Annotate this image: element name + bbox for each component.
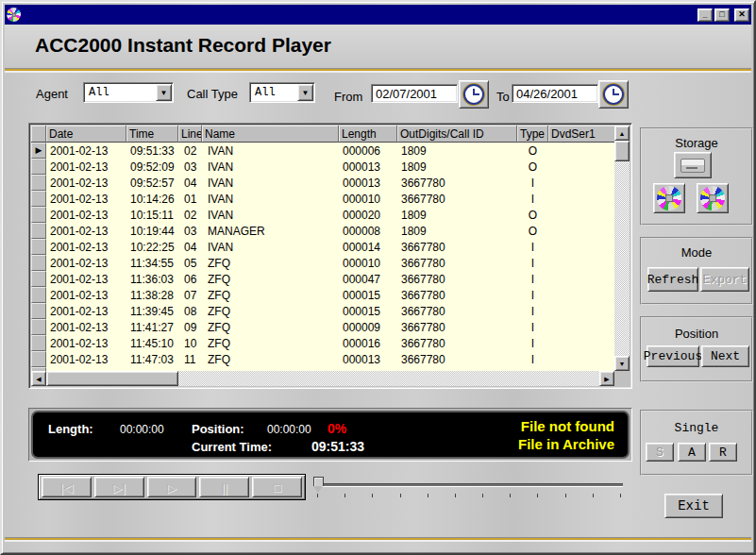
slider-thumb[interactable] bbox=[313, 477, 324, 486]
table-cell: IVAN bbox=[202, 239, 339, 255]
cd-storage-button-2[interactable] bbox=[697, 183, 729, 213]
table-row[interactable]: 2001-02-1311:38:2807ZFQ0000153667780I bbox=[31, 287, 614, 303]
minimize-button[interactable]: _ bbox=[697, 8, 713, 22]
row-selector[interactable] bbox=[31, 159, 46, 175]
skip-start-button[interactable]: |◁ bbox=[42, 477, 92, 497]
clock-icon bbox=[603, 84, 624, 105]
row-selector[interactable] bbox=[31, 351, 46, 367]
table-cell: 04 bbox=[178, 239, 202, 255]
column-header[interactable]: Line bbox=[178, 126, 202, 143]
horizontal-scrollbar[interactable]: ◀ ▶ bbox=[31, 371, 614, 386]
titlebar[interactable]: _ □ ✕ bbox=[5, 5, 751, 25]
maximize-button[interactable]: □ bbox=[714, 8, 730, 22]
records-table: DateTimeLineNameLengthOutDigits/Call IDT… bbox=[28, 123, 632, 389]
table-row[interactable]: 2001-02-1311:36:0306ZFQ0000473667780I bbox=[31, 271, 614, 287]
horizontal-scroll-thumb[interactable] bbox=[46, 371, 178, 386]
stop-button[interactable]: □ bbox=[252, 477, 302, 497]
table-cell: 10:19:44 bbox=[126, 223, 178, 239]
pause-button[interactable]: || bbox=[199, 477, 249, 497]
exit-button[interactable]: Exit bbox=[664, 494, 723, 518]
single-a-button[interactable]: A bbox=[678, 443, 706, 462]
cd-storage-button-1[interactable] bbox=[653, 183, 685, 213]
scroll-down-icon[interactable]: ▼ bbox=[614, 356, 630, 371]
previous-button[interactable]: Previous bbox=[647, 345, 699, 367]
table-cell: 3667780 bbox=[397, 335, 517, 351]
row-selector[interactable]: ▶ bbox=[31, 143, 46, 159]
table-cell: 000047 bbox=[339, 271, 397, 287]
call-type-label: Call Type bbox=[187, 87, 238, 101]
column-header[interactable]: OutDigits/Call ID bbox=[397, 126, 517, 143]
vertical-scrollbar[interactable]: ▲ ▼ bbox=[614, 126, 630, 371]
row-selector[interactable] bbox=[31, 335, 46, 351]
table-cell: ZFQ bbox=[202, 303, 339, 319]
chevron-down-icon[interactable]: ▼ bbox=[297, 84, 313, 101]
table-row[interactable]: 2001-02-1311:47:0311ZFQ0000133667780I bbox=[31, 351, 614, 367]
app-cd-icon bbox=[7, 8, 21, 22]
table-row[interactable]: 2001-02-1310:15:1102IVAN0000201809O bbox=[31, 207, 614, 223]
table-row[interactable]: 2001-02-1310:14:2601IVAN0000103667780I bbox=[31, 191, 614, 207]
table-cell: 2001-02-13 bbox=[46, 159, 126, 175]
table-cell: 2001-02-13 bbox=[46, 143, 126, 159]
close-button[interactable]: ✕ bbox=[734, 8, 749, 22]
to-calendar-button[interactable] bbox=[598, 80, 629, 109]
table-row[interactable]: 2001-02-1309:52:0903IVAN0000131809O bbox=[31, 159, 614, 175]
table-cell: 1809 bbox=[397, 143, 517, 159]
table-row[interactable]: 2001-02-1311:45:1010ZFQ0000163667780I bbox=[31, 335, 614, 351]
row-selector[interactable] bbox=[31, 271, 46, 287]
table-cell: 09:51:33 bbox=[126, 143, 178, 159]
from-calendar-button[interactable] bbox=[459, 80, 489, 109]
table-row[interactable]: 2001-02-1311:39:4508ZFQ0000153667780I bbox=[31, 303, 614, 319]
call-type-dropdown[interactable]: All ▼ bbox=[249, 82, 315, 103]
scroll-up-icon[interactable]: ▲ bbox=[614, 126, 630, 141]
from-label: From bbox=[334, 90, 362, 104]
row-selector[interactable] bbox=[31, 175, 46, 191]
scroll-left-icon[interactable]: ◀ bbox=[31, 371, 46, 386]
slider-track[interactable] bbox=[315, 483, 623, 486]
row-selector[interactable] bbox=[31, 287, 46, 303]
from-date-field[interactable] bbox=[371, 84, 458, 103]
drive-icon bbox=[680, 159, 705, 173]
slider-tick bbox=[428, 494, 428, 497]
single-panel: Single SAR bbox=[640, 410, 753, 476]
single-title: Single bbox=[642, 421, 751, 435]
column-header[interactable]: Time bbox=[126, 126, 178, 143]
agent-dropdown[interactable]: All ▼ bbox=[83, 82, 174, 103]
column-header[interactable]: Type bbox=[517, 126, 548, 143]
next-button[interactable]: Next bbox=[701, 345, 749, 367]
single-s-button[interactable]: S bbox=[646, 443, 674, 462]
row-selector[interactable] bbox=[31, 303, 46, 319]
chevron-down-icon[interactable]: ▼ bbox=[156, 84, 172, 101]
table-row[interactable]: 2001-02-1310:19:4403MANAGER0000081809O bbox=[31, 223, 614, 239]
single-r-button[interactable]: R bbox=[709, 443, 737, 462]
seek-slider[interactable] bbox=[313, 476, 625, 500]
row-selector[interactable] bbox=[31, 255, 46, 271]
export-button[interactable]: Export bbox=[700, 267, 749, 292]
play-button[interactable]: ▷ bbox=[147, 477, 197, 497]
table-row[interactable]: 2001-02-1311:34:5505ZFQ0000103667780I bbox=[31, 255, 614, 271]
skip-end-button[interactable]: ▷| bbox=[94, 477, 144, 497]
row-selector[interactable] bbox=[31, 239, 46, 255]
table-cell bbox=[548, 319, 614, 335]
row-selector[interactable] bbox=[31, 223, 46, 239]
vertical-scroll-thumb[interactable] bbox=[614, 141, 630, 161]
drive-storage-button[interactable] bbox=[674, 152, 712, 178]
table-row[interactable]: ▶2001-02-1309:51:3302IVAN0000061809O bbox=[31, 143, 614, 159]
row-selector[interactable] bbox=[31, 191, 46, 207]
slider-tick bbox=[455, 494, 456, 497]
table-row[interactable]: 2001-02-1311:41:2709ZFQ0000093667780I bbox=[31, 319, 614, 335]
table-cell: I bbox=[517, 319, 548, 335]
row-selector[interactable] bbox=[31, 319, 46, 335]
cd-icon bbox=[657, 186, 681, 210]
column-header[interactable]: DvdSer1 bbox=[548, 126, 614, 143]
column-header[interactable]: Name bbox=[202, 126, 339, 143]
length-label: Length: bbox=[48, 422, 93, 436]
to-date-field[interactable] bbox=[512, 84, 598, 103]
row-selector[interactable] bbox=[31, 207, 46, 223]
column-header[interactable]: Length bbox=[339, 126, 397, 143]
column-header[interactable]: Date bbox=[46, 126, 126, 143]
refresh-button[interactable]: Refresh bbox=[647, 267, 698, 292]
table-cell: 09 bbox=[178, 319, 202, 335]
table-row[interactable]: 2001-02-1309:52:5704IVAN0000133667780I bbox=[31, 175, 614, 191]
table-row[interactable]: 2001-02-1310:22:2504IVAN0000143667780I bbox=[31, 239, 614, 255]
scroll-right-icon[interactable]: ▶ bbox=[599, 371, 614, 386]
